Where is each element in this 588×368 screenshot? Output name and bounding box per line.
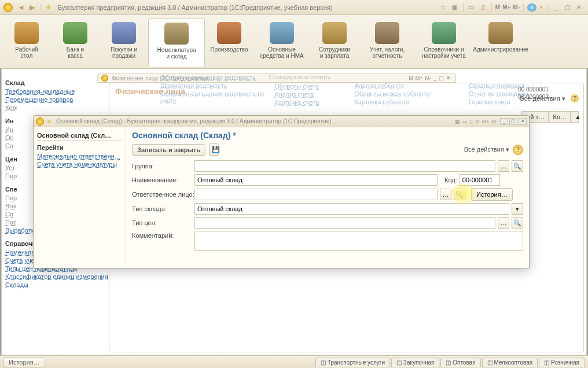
hr-icon <box>322 22 347 44</box>
section-assets[interactable]: Основные средства и НМА <box>253 19 310 67</box>
resp-select-icon[interactable]: … <box>440 189 451 200</box>
formwin-mplus[interactable]: M+ <box>481 119 491 124</box>
formwin-max-icon[interactable]: ▢ <box>509 118 517 125</box>
status-tabs: ◫ Транспортные услуги ◫ Закупочная ◫ Опт… <box>315 358 585 367</box>
formwin-form: Основной склад (Склад) * Записать и закр… <box>126 127 529 268</box>
listwin-columns: ый т… Ко… ▲ <box>521 111 579 123</box>
info-dropdown-icon[interactable]: ▾ <box>538 5 545 10</box>
formwin-nav-accts[interactable]: Счета учета номенклатуры <box>37 160 122 168</box>
window-close-icon[interactable]: ✕ <box>574 3 583 12</box>
price-select-icon[interactable]: … <box>498 217 509 229</box>
section-sales[interactable]: Покупки и продажи <box>100 19 148 67</box>
input-comment[interactable] <box>194 231 523 251</box>
section-refs[interactable]: Справочники и настройки учета <box>416 19 472 67</box>
ghost-m[interactable]: M <box>407 75 414 81</box>
tab-wholesale[interactable]: ◫ Оптовая <box>440 358 480 367</box>
listwin-title: Физические лица <box>109 83 583 100</box>
lnk-treb[interactable]: Требования-накладные <box>5 87 113 95</box>
formwin-tool3-icon[interactable]: ▯ <box>469 119 474 124</box>
history-bottom-button[interactable]: История… <box>3 357 45 367</box>
lnk-kom[interactable]: Ком <box>5 104 113 112</box>
tab-smallwh[interactable]: ◫ Мелкооптовая <box>482 358 538 367</box>
workarea: Склад Требования-накладные Перемещение т… <box>1 68 587 355</box>
label-group: Группа: <box>132 163 194 170</box>
input-price[interactable] <box>194 217 495 229</box>
refs-icon <box>432 22 456 44</box>
group-search-icon[interactable]: 🔍 <box>512 160 523 172</box>
ghost-title: Физические лица (1С:Предприятие) <box>112 75 407 82</box>
section-admin[interactable]: Администрирование <box>472 19 529 67</box>
input-group[interactable] <box>194 160 495 172</box>
favorite-star-icon[interactable]: ★ <box>43 3 54 12</box>
ghost-close-icon[interactable]: ✕ <box>445 75 452 81</box>
label-name: Наименование: <box>132 176 194 183</box>
ghost-mplus[interactable]: M+ <box>414 75 424 81</box>
form-title: Основной склад (Склад) * <box>132 131 523 140</box>
separator <box>491 3 492 12</box>
formwin-nav-resp[interactable]: Материально ответственн… <box>37 152 122 160</box>
listwin-col2[interactable]: Ко… <box>549 111 571 123</box>
resp-search-icon[interactable]: 🔍 <box>454 189 465 200</box>
tab-purchase[interactable]: ◫ Закупочная <box>391 358 439 367</box>
separator <box>40 3 41 12</box>
nav-fwd-icon[interactable]: ▶ <box>27 3 38 12</box>
input-type[interactable] <box>194 203 509 215</box>
formwin-logo-icon <box>36 117 44 126</box>
formwin-star-icon[interactable]: ★ <box>44 118 54 124</box>
window-min-icon[interactable]: _ <box>551 3 560 12</box>
separator <box>523 3 524 12</box>
section-bank[interactable]: Банк и касса <box>51 19 100 67</box>
formwin-m[interactable]: M <box>474 119 481 124</box>
window-max-icon[interactable]: ▢ <box>563 3 572 12</box>
formwin-tool2-icon[interactable]: ▭ <box>461 119 469 124</box>
formwin-nav-head: Перейти <box>37 142 122 152</box>
calc-icon[interactable]: ▭ <box>467 3 476 12</box>
m-button[interactable]: M <box>494 4 501 10</box>
listwin-col3[interactable]: ▲ <box>571 111 579 123</box>
input-resp[interactable] <box>194 189 438 200</box>
listwin-allactions[interactable]: Все действия ▾ ? <box>520 95 579 102</box>
calendar-icon[interactable]: ▯ <box>479 3 488 12</box>
section-production[interactable]: Производство <box>205 19 253 67</box>
assets-icon <box>270 22 294 44</box>
row-comment: Комментарий: <box>132 231 523 251</box>
input-code[interactable] <box>460 174 500 186</box>
help-icon[interactable]: ? <box>513 145 523 155</box>
ghost-max-icon[interactable]: ▢ <box>438 75 445 81</box>
tab-transport[interactable]: ◫ Транспортные услуги <box>315 358 390 367</box>
all-actions-button[interactable]: Все действия ▾ <box>464 146 509 153</box>
mminus-button[interactable]: M- <box>512 4 521 10</box>
lnk-units[interactable]: Классификатор единиц измерения <box>5 273 113 281</box>
type-dropdown-icon[interactable]: ▾ <box>512 203 523 215</box>
ghost-mminus[interactable]: M- <box>424 75 432 81</box>
section-inventory[interactable]: Номенклатура и склад <box>148 19 205 67</box>
save-button[interactable]: 💾 <box>209 143 219 156</box>
mplus-button[interactable]: M+ <box>501 4 512 10</box>
formwin-tool1-icon[interactable]: ▦ <box>454 119 461 124</box>
formwin-close-icon[interactable]: ✕ <box>519 118 527 125</box>
save-close-button[interactable]: Записать и закрыть <box>132 144 205 156</box>
admin-icon <box>488 22 513 44</box>
row-name: Наименование: Код: <box>132 174 523 186</box>
nav-back-icon[interactable]: ◄ <box>15 3 27 12</box>
lnk-perem[interactable]: Перемещение товаров <box>5 95 113 104</box>
group-select-icon[interactable]: … <box>498 160 509 172</box>
lnk-warehouses[interactable]: Склады <box>5 281 113 289</box>
section-hr[interactable]: Сотрудники и зарплата <box>310 19 359 67</box>
desktop-icon <box>14 22 39 44</box>
warehouse-form-window: ★ Основной склад (Склад) - Бухгалтерия п… <box>33 115 530 268</box>
grid-icon[interactable]: ▦ <box>450 3 460 12</box>
formwin-min-icon[interactable]: _ <box>500 118 508 125</box>
formwin-nav-title: Основной склад (Скл… <box>37 131 122 141</box>
info-icon[interactable]: i <box>527 3 536 12</box>
section-desktop[interactable]: Рабочий стол <box>2 19 51 67</box>
formwin-mminus[interactable]: M- <box>491 119 499 124</box>
price-search-icon[interactable]: 🔍 <box>512 217 523 229</box>
formwin-title: Основной склад (Склад) - Бухгалтерия пре… <box>56 118 454 124</box>
input-name[interactable] <box>194 174 438 186</box>
section-tax[interactable]: Учет, налоги, отчетность <box>359 19 416 67</box>
history-button[interactable]: История… <box>471 188 513 201</box>
fav-add-icon[interactable]: ☆ <box>439 3 448 12</box>
tab-retail[interactable]: ◫ Розничная <box>539 358 585 367</box>
ghost-min-icon[interactable]: _ <box>432 75 438 81</box>
